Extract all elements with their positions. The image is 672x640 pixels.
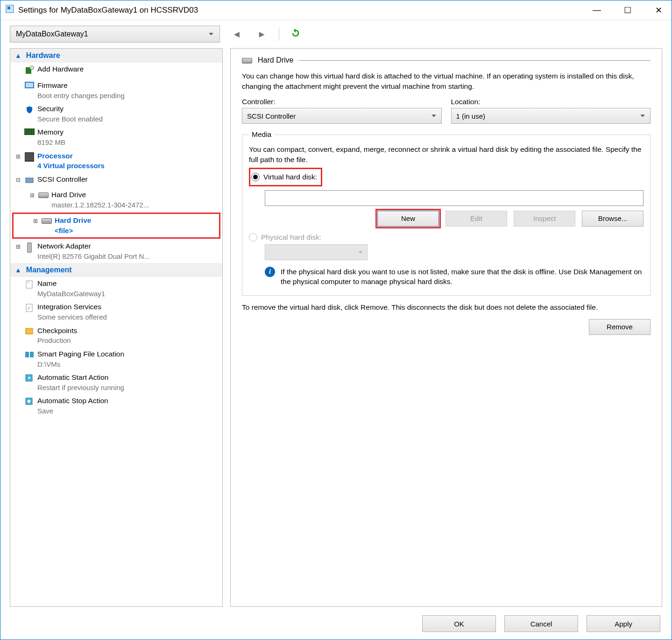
category-label: Hardware — [26, 51, 60, 60]
maximize-button[interactable]: ☐ — [619, 5, 636, 15]
vhd-radio-label: Virtual hard disk: — [263, 173, 317, 181]
disk-icon — [42, 216, 52, 224]
processor-icon — [24, 151, 35, 163]
item-firmware[interactable]: Firmware Boot entry changes pending — [10, 79, 222, 102]
memory-icon — [24, 128, 35, 136]
edit-button: Edit — [446, 211, 507, 227]
svg-rect-5 — [26, 178, 33, 183]
paging-icon — [24, 349, 35, 360]
remove-description: To remove the virtual hard disk, click R… — [242, 302, 651, 313]
controller-select[interactable]: SCSI Controller — [242, 108, 442, 124]
window-title: Settings for MyDataBoxGateway1 on HCSSRV… — [18, 6, 588, 15]
scsi-icon — [24, 175, 35, 186]
svg-rect-11 — [25, 352, 29, 357]
item-checkpoints[interactable]: Checkpoints Production — [10, 324, 222, 348]
phys-disk-select — [265, 244, 368, 260]
app-icon — [5, 4, 14, 16]
item-security[interactable]: Security Secure Boot enabled — [10, 102, 222, 126]
item-integration-services[interactable]: ✓ Integration Services Some services off… — [10, 300, 222, 324]
media-description: You can compact, convert, expand, merge,… — [249, 142, 644, 167]
checkpoint-icon — [24, 326, 35, 337]
integration-icon: ✓ — [24, 302, 35, 314]
item-hard-drive-0[interactable]: ⊞ Hard Drive master.1.2.18252.1-304-2472… — [10, 188, 222, 212]
collapse-up-icon: ▲ — [15, 52, 21, 59]
item-name[interactable]: Name MyDataBoxGateway1 — [10, 277, 222, 300]
item-smart-paging[interactable]: Smart Paging File Location D:\VMs — [10, 348, 222, 371]
name-icon — [24, 279, 35, 291]
phys-radio — [249, 233, 257, 242]
highlight-vhd-radio: Virtual hard disk: — [249, 168, 322, 186]
cancel-button[interactable]: Cancel — [504, 615, 578, 632]
inspect-button: Inspect — [514, 211, 575, 227]
item-memory[interactable]: Memory 8192 MB — [10, 126, 222, 149]
titlebar: Settings for MyDataBoxGateway1 on HCSSRV… — [0, 0, 672, 20]
nav-back-button[interactable]: ◄ — [228, 28, 245, 41]
expand-icon[interactable]: ⊞ — [15, 151, 21, 160]
disk-icon — [242, 56, 252, 64]
svg-rect-15 — [28, 400, 30, 403]
vm-selector-value: MyDataBoxGateway1 — [16, 30, 88, 38]
expand-icon[interactable]: ⊞ — [32, 216, 39, 224]
svg-rect-12 — [30, 352, 34, 357]
panel-title: Hard Drive — [258, 56, 293, 64]
vm-selector[interactable]: MyDataBoxGateway1 — [10, 26, 220, 43]
collapse-icon[interactable]: ⊟ — [15, 175, 21, 183]
item-hard-drive-1[interactable]: ⊞ Hard Drive <file> — [14, 214, 219, 237]
info-icon: i — [265, 267, 275, 277]
vhd-radio[interactable] — [251, 173, 260, 181]
svg-rect-10 — [26, 328, 33, 334]
category-management[interactable]: ▲ Management — [10, 263, 222, 277]
item-scsi-controller[interactable]: ⊟ SCSI Controller — [10, 173, 222, 188]
disk-icon — [38, 190, 49, 199]
category-label: Management — [26, 266, 72, 274]
detail-panel: Hard Drive You can change how this virtu… — [230, 48, 662, 607]
item-add-hardware[interactable]: + Add Hardware — [10, 63, 222, 79]
close-button[interactable]: ✕ — [650, 5, 667, 15]
minimize-button[interactable]: — — [588, 5, 605, 15]
location-select[interactable]: 1 (in use) — [451, 108, 651, 124]
svg-text:✓: ✓ — [27, 306, 31, 311]
expand-icon[interactable]: ⊞ — [15, 242, 21, 250]
phys-radio-label: Physical hard disk: — [261, 233, 321, 242]
svg-rect-1 — [7, 7, 10, 9]
add-hardware-icon: + — [24, 64, 35, 77]
nic-icon — [24, 242, 35, 254]
section-divider — [299, 60, 651, 61]
item-processor[interactable]: ⊞ Processor 4 Virtual processors — [10, 149, 222, 173]
nav-forward-button[interactable]: ► — [254, 28, 270, 41]
settings-tree: ▲ Hardware + Add Hardware Firmware Boot … — [10, 48, 223, 607]
new-button[interactable]: New — [377, 211, 439, 227]
location-label: Location: — [451, 98, 651, 106]
vhd-path-input[interactable] — [265, 190, 644, 206]
monitor-icon — [24, 81, 35, 90]
apply-button[interactable]: Apply — [587, 615, 660, 632]
shield-icon — [24, 104, 35, 117]
start-icon — [24, 373, 35, 384]
item-network-adapter[interactable]: ⊞ Network Adapter Intel(R) 82576 Gigabit… — [10, 240, 222, 263]
expand-icon[interactable]: ⊞ — [29, 190, 35, 199]
browse-button[interactable]: Browse... — [582, 211, 644, 227]
remove-button[interactable]: Remove — [589, 319, 651, 335]
ok-button[interactable]: OK — [422, 615, 496, 632]
item-auto-start[interactable]: Automatic Start Action Restart if previo… — [10, 371, 222, 394]
toolbar: MyDataBoxGateway1 ◄ ► — [0, 20, 672, 48]
phys-info-text: If the physical hard disk you want to us… — [281, 267, 644, 287]
dialog-footer: OK Cancel Apply — [0, 613, 672, 639]
media-fieldset: Media You can compact, convert, expand, … — [242, 130, 651, 296]
category-hardware[interactable]: ▲ Hardware — [10, 49, 222, 63]
panel-description: You can change how this virtual hard dis… — [242, 71, 651, 91]
controller-label: Controller: — [242, 98, 442, 106]
svg-rect-7 — [27, 282, 29, 283]
stop-icon — [24, 396, 35, 408]
svg-text:+: + — [31, 66, 33, 70]
item-auto-stop[interactable]: Automatic Stop Action Save — [10, 394, 222, 418]
highlight-box-selected-item: ⊞ Hard Drive <file> — [12, 213, 220, 239]
collapse-up-icon: ▲ — [15, 266, 21, 274]
refresh-icon[interactable] — [288, 27, 304, 42]
toolbar-divider — [279, 28, 279, 41]
media-legend: Media — [249, 130, 274, 139]
